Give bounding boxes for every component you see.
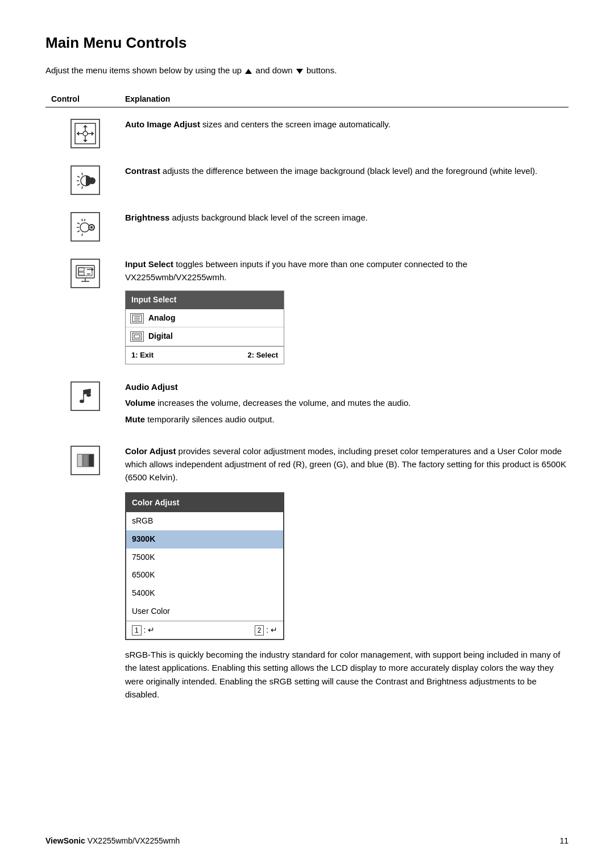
input-select-submenu: Input Select Analog — [125, 290, 284, 364]
svg-line-14 — [82, 186, 82, 189]
footer-brand: ViewSonic — [45, 836, 85, 845]
footer-page-number: 11 — [559, 836, 569, 845]
icon-cell-contrast — [45, 164, 125, 195]
svg-marker-6 — [83, 125, 88, 127]
row-color-adjust: Color Adjust provides several color adju… — [45, 445, 569, 704]
up-arrow-icon — [245, 69, 252, 74]
svg-rect-28 — [78, 268, 84, 271]
svg-line-13 — [77, 184, 80, 185]
col-explanation-header: Explanation — [125, 94, 170, 103]
color-adjust-icon — [70, 446, 100, 475]
row-brightness: Brightness adjusts background black leve… — [45, 211, 569, 242]
icon-cell-brightness — [45, 211, 125, 242]
svg-point-43 — [80, 400, 84, 403]
analog-label: Analog — [148, 312, 175, 325]
color-adjust-svg — [74, 450, 96, 471]
icon-cell-color — [45, 445, 125, 475]
color-item-5400k: 5400K — [126, 584, 283, 603]
svg-line-10 — [82, 173, 82, 175]
color-submenu-footer: 1 : ↵ 2 : ↵ — [126, 621, 283, 639]
footer-brand-model: ViewSonic VX2255wmb/VX2255wmh — [45, 836, 180, 845]
bold-brightness: Brightness — [125, 213, 169, 222]
color-item-user-color: User Color — [126, 603, 283, 621]
row-audio-adjust: Audio Adjust Volume increases the volume… — [45, 380, 569, 429]
bold-contrast: Contrast — [125, 166, 160, 176]
audio-svg — [74, 385, 96, 407]
digital-label: Digital — [148, 330, 173, 343]
svg-marker-7 — [83, 140, 88, 142]
svg-line-17 — [82, 219, 82, 221]
explanation-color-adjust: Color Adjust provides several color adju… — [125, 445, 569, 704]
svg-line-11 — [77, 176, 80, 177]
svg-line-20 — [77, 231, 80, 232]
svg-marker-9 — [92, 131, 94, 136]
page-title: Main Menu Controls — [45, 34, 569, 52]
svg-marker-31 — [92, 268, 94, 271]
contrast-icon — [70, 165, 100, 195]
bold-audio-adjust-label: Audio Adjust — [125, 382, 178, 392]
auto-image-svg — [74, 123, 96, 144]
svg-line-18 — [77, 223, 80, 224]
submenu-title: Input Select — [126, 291, 284, 309]
svg-rect-26 — [76, 265, 94, 278]
analog-icon — [130, 313, 144, 323]
icon-cell-input-select — [45, 258, 125, 288]
exit-label: 1: Exit — [131, 350, 154, 361]
down-arrow-icon — [296, 69, 303, 74]
row-auto-image: Auto Image Adjust sizes and centers the … — [45, 118, 569, 148]
icon-cell-audio — [45, 380, 125, 411]
svg-rect-46 — [83, 454, 88, 467]
brightness-icon — [70, 212, 100, 242]
bold-auto-image: Auto Image Adjust — [125, 119, 200, 129]
intro-text: Adjust the menu items shown below by usi… — [45, 64, 569, 77]
explanation-audio: Audio Adjust Volume increases the volume… — [125, 380, 569, 429]
page-container: Main Menu Controls Adjust the menu items… — [0, 0, 614, 765]
digital-icon — [130, 331, 144, 342]
svg-line-21 — [82, 234, 82, 236]
auto-image-icon — [70, 119, 100, 148]
color-item-6500k: 6500K — [126, 566, 283, 584]
bold-volume: Volume — [125, 398, 155, 408]
bold-mute: Mute — [125, 414, 145, 424]
table-header: Control Explanation — [45, 94, 569, 107]
srgb-description: sRGB-This is quickly becoming the indust… — [125, 648, 569, 701]
svg-marker-8 — [77, 131, 79, 136]
svg-rect-45 — [77, 454, 82, 467]
color-adjust-submenu: Color Adjust sRGB 9300K 7500K 6500K 5400… — [125, 492, 284, 641]
svg-point-24 — [88, 224, 95, 231]
svg-rect-40 — [134, 335, 140, 338]
svg-point-22 — [80, 223, 89, 232]
color-submenu-title: Color Adjust — [126, 493, 283, 513]
page-footer: ViewSonic VX2255wmb/VX2255wmh 11 — [45, 836, 569, 845]
submenu-item-analog: Analog — [126, 309, 284, 328]
explanation-input-select: Input Select toggles between inputs if y… — [125, 258, 569, 365]
explanation-brightness: Brightness adjusts background black leve… — [125, 211, 569, 227]
submenu-footer: 1: Exit 2: Select — [126, 346, 284, 364]
svg-rect-39 — [132, 333, 142, 340]
row-input-select: Input Select toggles between inputs if y… — [45, 258, 569, 365]
color-item-7500k: 7500K — [126, 549, 283, 567]
explanation-auto-image: Auto Image Adjust sizes and centers the … — [125, 118, 569, 134]
color-footer-left: 1 : ↵ — [132, 624, 155, 637]
contrast-svg — [74, 169, 96, 191]
color-footer-right: 2 : ↵ — [255, 624, 277, 637]
svg-rect-29 — [78, 272, 84, 275]
svg-point-16 — [89, 177, 96, 184]
svg-rect-47 — [89, 454, 94, 467]
audio-icon — [70, 381, 100, 411]
input-select-icon — [70, 259, 100, 288]
svg-point-5 — [83, 131, 88, 136]
bold-input-select: Input Select — [125, 259, 173, 269]
brightness-svg — [74, 216, 96, 238]
explanation-contrast: Contrast adjusts the difference between … — [125, 164, 569, 180]
row-contrast: Contrast adjusts the difference between … — [45, 164, 569, 195]
color-item-9300k: 9300K — [126, 530, 283, 549]
icon-cell-auto-image — [45, 118, 125, 148]
select-label: 2: Select — [248, 350, 278, 361]
color-item-srgb: sRGB — [126, 512, 283, 530]
col-control-header: Control — [45, 94, 125, 103]
bold-color-adjust: Color Adjust — [125, 446, 176, 456]
input-select-svg — [74, 263, 96, 284]
submenu-item-digital: Digital — [126, 327, 284, 346]
svg-point-44 — [86, 393, 91, 397]
